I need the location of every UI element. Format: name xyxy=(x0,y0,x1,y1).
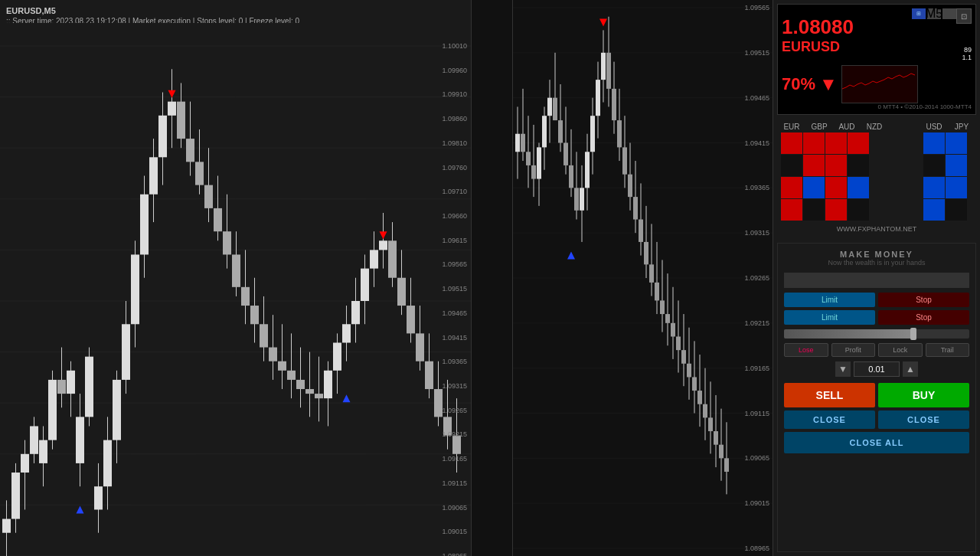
grid-cell-2-4 xyxy=(848,155,869,176)
usd-cell-1-1 xyxy=(923,132,945,154)
jpy-cell-4-1 xyxy=(946,199,967,221)
currency-symbol: EURUSD xyxy=(782,39,840,54)
price-input-row[interactable] xyxy=(784,273,969,288)
usd-jpy-group: USD JPY xyxy=(923,123,972,221)
trading-panel: MAKE MONEY Now the wealth is in your han… xyxy=(777,243,976,552)
website-text: WWW.FXPHANTOM.NET xyxy=(781,223,972,235)
grid-cell-1-3 xyxy=(825,132,847,154)
stop-button-2[interactable]: Stop xyxy=(878,310,969,325)
lose-button[interactable]: Lose xyxy=(784,343,828,357)
chart-title: EURUSD,M5 xyxy=(6,6,56,15)
grid-cell-4-4 xyxy=(848,199,869,221)
mini-chart xyxy=(841,65,918,103)
currency-grid: EUR GBP AUD NZD xyxy=(777,119,976,239)
limit-button-2[interactable]: Limit xyxy=(784,310,875,325)
grid-cell-2-1 xyxy=(781,155,802,176)
grid-cell-1-4 xyxy=(848,132,869,154)
sell-buy-row: SELL BUY xyxy=(784,383,969,407)
jpy-cell-3-1 xyxy=(946,177,967,198)
spread-info: 89 1.1 xyxy=(962,46,972,61)
slider-thumb[interactable] xyxy=(910,328,916,340)
current-price: 1.08080 xyxy=(782,15,854,38)
widget-area: ⊡ 1.08080 EURUSD ⊞ M5 89 1.1 xyxy=(773,0,980,556)
eur-gbp-aud-nzd-group: EUR GBP AUD NZD xyxy=(781,123,885,221)
limit-stop-row-1: Limit Stop xyxy=(784,293,969,307)
jpy-cell-2-1 xyxy=(946,155,967,176)
buy-button[interactable]: BUY xyxy=(878,383,969,407)
maximize-button[interactable]: ⊡ xyxy=(956,8,972,24)
grid-cell-2-3 xyxy=(825,155,847,176)
usd-cell-4-1 xyxy=(923,199,945,221)
grid-cell-3-1 xyxy=(781,177,802,198)
usd-jpy-label-row: USD JPY xyxy=(923,123,972,131)
lot-row: ▼ ▲ xyxy=(784,361,969,377)
price-widget: ⊡ 1.08080 EURUSD ⊞ M5 89 1.1 xyxy=(777,4,976,115)
grid-cell-3-4 xyxy=(848,177,869,198)
close-button-1[interactable]: CLOSE xyxy=(784,410,875,429)
profit-button[interactable]: Profit xyxy=(831,343,876,357)
eur-label: EUR xyxy=(781,123,802,131)
second-chart xyxy=(513,0,773,556)
options-row: Lose Profit Lock Trail xyxy=(784,343,969,357)
lot-decrease-button[interactable]: ▼ xyxy=(835,361,851,377)
panel-title: MAKE MONEY xyxy=(784,250,969,259)
grid-cell-4-3 xyxy=(825,199,847,221)
left-color-grid xyxy=(781,132,885,221)
down-arrow-icon: ▼ xyxy=(819,74,838,95)
lot-increase-button[interactable]: ▲ xyxy=(903,361,918,377)
panel-subtitle: Now the wealth is in your hands xyxy=(784,259,969,267)
grid-cell-3-3 xyxy=(825,177,847,198)
stop-button-1[interactable]: Stop xyxy=(878,293,969,307)
price-axis xyxy=(471,0,513,556)
grid-cell-4-2 xyxy=(803,199,825,221)
grid-cell-3-2 xyxy=(803,177,825,198)
aud-label: AUD xyxy=(836,123,858,131)
usd-cell-2-1 xyxy=(923,155,945,176)
usd-cell-3-1 xyxy=(923,177,945,198)
close-button-2[interactable]: CLOSE xyxy=(878,410,969,429)
close-all-button[interactable]: CLOSE ALL xyxy=(784,432,969,453)
trail-button[interactable]: Trail xyxy=(926,343,970,357)
grid-cell-2-2 xyxy=(803,155,825,176)
candlestick-chart xyxy=(0,23,471,556)
lock-button[interactable]: Lock xyxy=(878,343,923,357)
limit-stop-row-2: Limit Stop xyxy=(784,310,969,325)
grid-cell-1-1 xyxy=(781,132,802,154)
percent-value: 70% xyxy=(782,74,815,94)
widget-bottom-text: 0 MTT4 • ©2010-2014 1000-MTT4 xyxy=(782,103,972,110)
currency-headers: EUR GBP AUD NZD xyxy=(781,123,972,221)
right-color-grid xyxy=(923,132,972,221)
gbp-label: GBP xyxy=(808,123,830,131)
close-row: CLOSE CLOSE xyxy=(784,410,969,429)
currency-label-row: EUR GBP AUD NZD xyxy=(781,123,885,131)
grid-cell-4-1 xyxy=(781,199,802,221)
limit-button-1[interactable]: Limit xyxy=(784,293,875,307)
second-candlestick-chart xyxy=(513,0,773,556)
nzd-label: NZD xyxy=(864,123,885,131)
jpy-cell-1-1 xyxy=(946,132,967,154)
sell-button[interactable]: SELL xyxy=(784,383,875,407)
grid-cell-1-2 xyxy=(803,132,825,154)
usd-label: USD xyxy=(923,123,945,131)
slider-container[interactable] xyxy=(784,329,969,339)
lot-input[interactable] xyxy=(854,361,900,377)
main-chart: EURUSD,M5 :: Server time: 2023.08.23 19:… xyxy=(0,0,513,556)
mini-chart-canvas xyxy=(842,66,918,103)
jpy-label: JPY xyxy=(951,123,972,131)
slider-fill xyxy=(784,329,913,339)
